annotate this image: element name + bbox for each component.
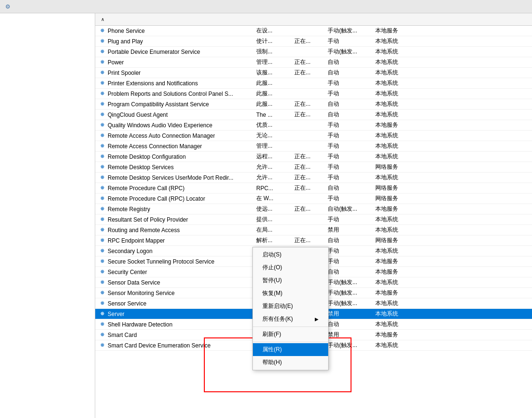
title-bar: ⚙ (0, 0, 532, 13)
table-row[interactable]: Remote Desktop Configuration远程...正在...手动… (95, 152, 532, 162)
context-menu-item-label: 恢复(M) (262, 289, 282, 297)
service-name-cell: RPC Endpoint Mapper (95, 236, 252, 245)
service-name-text: Smart Card Device Enumeration Service (108, 342, 211, 349)
context-menu-item[interactable]: 属性(R) (253, 343, 328, 356)
title-bar-icon: ⚙ (4, 3, 11, 10)
service-name-text: Sensor Data Service (108, 279, 160, 286)
table-row[interactable]: Resultant Set of Policy Provider提供...手动本… (95, 214, 532, 225)
service-logon-cell: 网络服务 (371, 162, 419, 172)
service-name-text: Secure Socket Tunneling Protocol Service (108, 258, 214, 265)
table-row[interactable]: Remote Access Connection Manager管理...手动本… (95, 141, 532, 152)
table-row[interactable]: RPC Endpoint Mapper解析...正在...自动网络服务 (95, 235, 532, 246)
table-row[interactable]: Routing and Remote Access在局...禁用本地系统 (95, 225, 532, 235)
service-logon-cell: 本地服务 (371, 267, 419, 277)
service-name-cell: Remote Desktop Services UserMode Port Re… (95, 173, 252, 182)
service-desc-cell: 允许... (252, 162, 291, 172)
table-row[interactable]: Remote Procedure Call (RPC)RPC...正在...自动… (95, 183, 532, 194)
service-name-cell: Plug and Play (95, 37, 252, 46)
service-desc-cell: 此服... (252, 89, 291, 99)
service-name-text: Program Compatibility Assistant Service (108, 101, 209, 108)
context-menu-separator (253, 342, 328, 342)
context-menu-item-label: 暂停(U) (262, 276, 282, 285)
table-row[interactable]: Plug and Play使计...正在...手动本地系统 (95, 36, 532, 47)
table-row[interactable]: Portable Device Enumerator Service强制...手… (95, 47, 532, 57)
gear-icon (99, 332, 106, 338)
table-row[interactable]: Quality Windows Audio Video Experience优质… (95, 120, 532, 131)
context-menu-item[interactable]: 所有任务(K)▶ (253, 313, 328, 326)
service-starttype-cell: 手动(触发... (324, 277, 371, 287)
service-status-cell (291, 198, 324, 200)
service-starttype-cell: 手动(触发... (324, 298, 371, 308)
gear-icon (99, 227, 106, 234)
context-menu-item[interactable]: 重新启动(E) (253, 300, 328, 313)
gear-icon (99, 185, 106, 192)
service-name-cell: Remote Access Auto Connection Manager (95, 132, 252, 140)
context-menu-item[interactable]: 刷新(F) (253, 328, 328, 341)
service-name-text: Resultant Set of Policy Provider (108, 216, 188, 223)
service-status-cell: 正在... (291, 110, 324, 120)
service-name-cell: Smart Card Device Enumeration Service (95, 341, 252, 350)
service-name-cell: Security Center (95, 268, 252, 276)
service-logon-cell: 本地系统 (371, 214, 419, 224)
service-desc-cell: 使计... (252, 36, 291, 46)
context-menu-item[interactable]: 恢复(M) (253, 287, 328, 300)
context-menu-item-label: 所有任务(K) (262, 315, 293, 323)
gear-icon (99, 342, 106, 349)
service-logon-cell: 本地系统 (371, 173, 419, 183)
context-menu-item-label: 停止(O) (262, 264, 282, 272)
table-row[interactable]: Remote Registry使远...正在...自动(触发...本地服务 (95, 204, 532, 214)
context-menu-item[interactable]: 停止(O) (253, 261, 328, 274)
service-status-cell (291, 93, 324, 95)
col-header-name[interactable]: ∧ (95, 15, 252, 23)
table-row[interactable]: Phone Service在设...手动(触发...本地服务 (95, 26, 532, 36)
service-status-cell: 正在... (291, 235, 324, 245)
gear-icon (99, 143, 106, 150)
service-desc-cell: 该服... (252, 68, 291, 78)
service-name-cell: QingCloud Guest Agent (95, 111, 252, 119)
service-name-cell: Print Spooler (95, 69, 252, 77)
table-row[interactable]: Remote Access Auto Connection Manager无论.… (95, 131, 532, 141)
service-name-cell: Printer Extensions and Notifications (95, 79, 252, 88)
service-starttype-cell: 自动 (324, 235, 371, 245)
service-name-cell: Remote Procedure Call (RPC) Locator (95, 194, 252, 203)
col-header-starttype[interactable] (324, 15, 371, 23)
service-starttype-cell: 手动 (324, 246, 371, 256)
service-desc-cell: 使远... (252, 204, 291, 214)
col-header-desc[interactable] (252, 15, 291, 23)
service-starttype-cell: 自动 (324, 319, 371, 329)
table-row[interactable]: Remote Procedure Call (RPC) Locator在 W..… (95, 194, 532, 204)
context-menu-item[interactable]: 暂停(U) (253, 274, 328, 287)
context-menu-item[interactable]: 帮助(H) (253, 356, 328, 369)
col-header-status[interactable] (291, 15, 324, 23)
service-starttype-cell: 手动 (324, 78, 371, 88)
service-name-text: Server (108, 311, 124, 317)
service-logon-cell: 本地系统 (371, 152, 419, 162)
table-row[interactable]: QingCloud Guest AgentThe ...正在...自动本地系统 (95, 110, 532, 120)
main-container: ∧ Phone Service在设...手动(触发...本地服务 Plug an… (0, 13, 532, 418)
service-name-text: Remote Desktop Configuration (108, 153, 186, 160)
service-starttype-cell: 禁用 (324, 309, 371, 319)
service-status-cell (291, 135, 324, 137)
service-status-cell: 正在... (291, 152, 324, 162)
col-header-logon[interactable] (371, 15, 419, 23)
table-row[interactable]: Power管理...正在...自动本地系统 (95, 57, 532, 68)
table-row[interactable]: Printer Extensions and Notifications此服..… (95, 78, 532, 89)
table-row[interactable]: Print Spooler该服...正在...自动本地系统 (95, 68, 532, 78)
gear-icon (99, 153, 106, 160)
table-row[interactable]: Remote Desktop Services UserMode Port Re… (95, 173, 532, 183)
table-row[interactable]: Problem Reports and Solutions Control Pa… (95, 89, 532, 99)
service-name-text: Sensor Monitoring Service (108, 290, 175, 296)
service-name-cell: Routing and Remote Access (95, 226, 252, 234)
service-name-cell: Phone Service (95, 27, 252, 35)
service-starttype-cell: 手动(触发... (324, 340, 371, 350)
context-menu-item[interactable]: 启动(S) (253, 248, 328, 261)
service-desc-cell: 管理... (252, 141, 291, 151)
table-row[interactable]: Remote Desktop Services允许...正在...手动网络服务 (95, 162, 532, 173)
service-name-text: Routing and Remote Access (108, 227, 180, 234)
service-desc-cell: 在局... (252, 225, 291, 235)
service-desc-cell: 解析... (252, 235, 291, 245)
service-name-text: RPC Endpoint Mapper (108, 237, 165, 244)
service-name-cell: Remote Desktop Services (95, 163, 252, 172)
table-row[interactable]: Program Compatibility Assistant Service此… (95, 99, 532, 110)
gear-icon (99, 311, 106, 317)
